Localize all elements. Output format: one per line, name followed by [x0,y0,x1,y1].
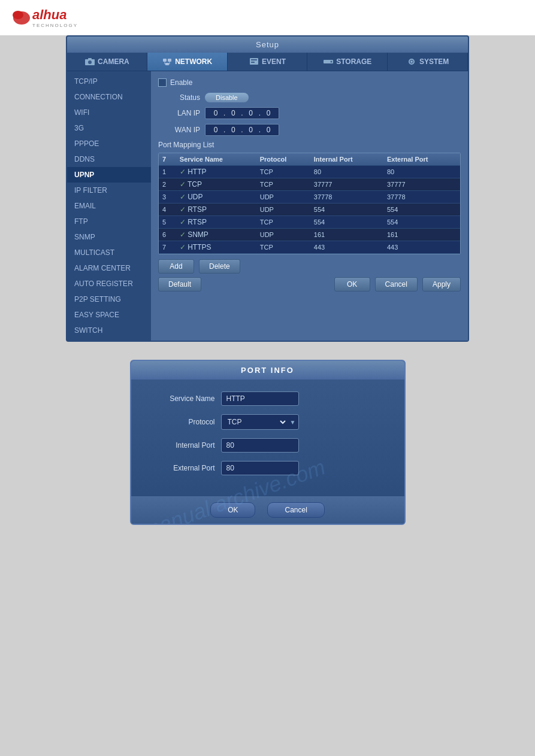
ok-button[interactable]: OK [334,277,370,292]
table-row[interactable]: 1 ✓ HTTP TCP 80 80 [159,166,460,178]
wanip-octet3[interactable] [244,126,258,134]
network-tab-icon [162,57,173,66]
sidebar-item-ftp[interactable]: FTP [67,214,151,229]
select-arrow-icon: ▼ [288,419,298,426]
col-count: 7 [159,153,176,166]
apply-button[interactable]: Apply [422,277,461,292]
enable-checkbox[interactable] [158,78,167,87]
sidebar-item-multicast[interactable]: MULTICAST [67,245,151,260]
logo-sub: TECHNOLOGY [32,23,78,28]
tab-system[interactable]: SYSTEM [388,53,468,71]
wanip-octet2[interactable] [226,126,240,134]
sidebar-item-snmp[interactable]: SNMP [67,229,151,245]
dialog-ok-button[interactable]: OK [210,502,255,518]
row-num: 4 [159,204,176,216]
sidebar-item-tcpip[interactable]: TCP/IP [67,74,151,89]
setup-title: Setup [67,37,468,53]
lanip-input[interactable]: . . . [205,107,279,119]
row-check[interactable]: ✓ TCP [176,178,256,191]
dialog-protocol-select-wrapper: TCP UDP ▼ [221,414,299,430]
dialog-protocol-row: Protocol TCP UDP ▼ [149,414,386,430]
sidebar-item-wifi[interactable]: WIFI [67,105,151,120]
dialog-service-input[interactable] [221,391,299,406]
dialog-service-label: Service Name [149,394,215,403]
dialog-cancel-button[interactable]: Cancel [267,502,324,518]
row-num: 7 [159,241,176,254]
sidebar-item-email[interactable]: EMAIL [67,198,151,214]
table-row[interactable]: 2 ✓ TCP TCP 37777 37777 [159,178,460,191]
sidebar-item-ipfilter[interactable]: IP FILTER [67,183,151,198]
row-check[interactable]: ✓ HTTPS [176,241,256,254]
lanip-octet2[interactable] [226,109,240,117]
dialog-external-input[interactable] [221,461,299,475]
row-external: 37778 [383,191,460,204]
row-check[interactable]: ✓ SNMP [176,229,256,241]
row-protocol: TCP [256,216,310,229]
lanip-label: LAN IP [158,109,200,117]
status-row: Status Disable [158,93,461,102]
svg-point-15 [331,61,333,63]
row-protocol: TCP [256,166,310,178]
lanip-octet4[interactable] [262,109,275,117]
row-external: 554 [383,216,460,229]
event-tab-icon [249,57,259,66]
sidebar-item-ddns[interactable]: DDNS [67,151,151,167]
dialog-external-row: External Port [149,461,386,475]
sidebar-item-easyspace[interactable]: EASY SPACE [67,307,151,323]
table-row[interactable]: 7 ✓ HTTPS TCP 443 443 [159,241,460,254]
sidebar: TCP/IP CONNECTION WIFI 3G PPPOE DDNS UPN… [67,71,151,341]
svg-point-17 [410,60,413,63]
svg-rect-11 [250,58,258,65]
col-service: Service Name [176,153,256,166]
dialog-internal-input[interactable] [221,438,299,453]
sidebar-item-3g[interactable]: 3G [67,120,151,136]
tab-storage[interactable]: STORAGE [307,53,388,71]
status-badge: Disable [205,93,249,102]
tab-camera[interactable]: CAMERA [67,53,147,71]
logo-icon [12,10,31,26]
lanip-octet3[interactable] [244,109,258,117]
dialog-footer: OK Cancel [131,496,404,524]
row-internal: 161 [310,229,383,241]
wanip-octet1[interactable] [209,126,222,134]
row-check[interactable]: ✓ HTTP [176,166,256,178]
row-protocol: TCP [256,178,310,191]
dialog-internal-row: Internal Port [149,438,386,453]
dialog-protocol-select[interactable]: TCP UDP [222,415,288,429]
row-protocol: UDP [256,191,310,204]
col-internal: Internal Port [310,153,383,166]
svg-rect-12 [251,59,257,60]
row-external: 443 [383,241,460,254]
row-check[interactable]: ✓ UDP [176,191,256,204]
delete-button[interactable]: Delete [199,259,240,274]
add-button[interactable]: Add [158,259,194,274]
cancel-button[interactable]: Cancel [375,277,418,292]
sidebar-item-autoregister[interactable]: AUTO REGISTER [67,276,151,292]
add-delete-row: Add Delete [158,259,461,274]
tab-bar: CAMERA NETWORK EVENT [67,53,468,71]
row-internal: 37778 [310,191,383,204]
sidebar-item-alarmcenter[interactable]: ALARM CENTER [67,260,151,276]
tab-event[interactable]: EVENT [228,53,308,71]
table-row[interactable]: 6 ✓ SNMP UDP 161 161 [159,229,460,241]
sidebar-item-pppoe[interactable]: PPPOE [67,136,151,151]
row-internal: 37777 [310,178,383,191]
tab-network[interactable]: NETWORK [147,53,228,71]
wanip-input[interactable]: . . . [205,124,279,136]
port-mapping-list-title: Port Mapping List [158,141,461,149]
sidebar-item-upnp[interactable]: UPNP [67,167,151,183]
row-num: 2 [159,178,176,191]
table-row[interactable]: 5 ✓ RTSP TCP 554 554 [159,216,460,229]
col-protocol: Protocol [256,153,310,166]
sidebar-item-switch[interactable]: SWITCH [67,323,151,338]
lanip-octet1[interactable] [209,109,222,117]
row-check[interactable]: ✓ RTSP [176,216,256,229]
table-row[interactable]: 3 ✓ UDP UDP 37778 37778 [159,191,460,204]
wanip-octet4[interactable] [262,126,275,134]
sidebar-item-p2psetting[interactable]: P2P SETTING [67,292,151,307]
port-table: 7 Service Name Protocol Internal Port Ex… [159,153,460,254]
sidebar-item-connection[interactable]: CONNECTION [67,89,151,105]
table-row[interactable]: 4 ✓ RTSP UDP 554 554 [159,204,460,216]
row-check[interactable]: ✓ RTSP [176,204,256,216]
default-button[interactable]: Default [158,277,201,292]
